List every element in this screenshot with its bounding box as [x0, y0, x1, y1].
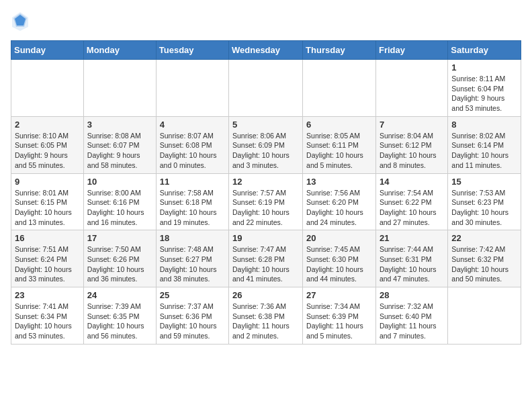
day-number: 21: [380, 233, 444, 243]
calendar-row: 2Sunrise: 8:10 AM Sunset: 6:05 PM Daylig…: [11, 116, 521, 173]
day-info: Sunrise: 7:58 AM Sunset: 6:18 PM Dayligh…: [160, 188, 225, 228]
day-number: 18: [160, 233, 225, 243]
day-number: 3: [87, 120, 152, 130]
calendar-row: 9Sunrise: 8:01 AM Sunset: 6:15 PM Daylig…: [11, 173, 521, 230]
day-number: 10: [87, 177, 152, 187]
day-info: Sunrise: 7:36 AM Sunset: 6:38 PM Dayligh…: [232, 302, 299, 341]
weekday-header-row: SundayMondayTuesdayWednesdayThursdayFrid…: [11, 41, 521, 60]
day-number: 8: [451, 120, 517, 130]
calendar-cell: 23Sunrise: 7:41 AM Sunset: 6:34 PM Dayli…: [11, 287, 84, 345]
calendar-cell: 22Sunrise: 7:42 AM Sunset: 6:32 PM Dayli…: [448, 230, 521, 287]
day-number: 19: [232, 233, 299, 243]
calendar-cell: 10Sunrise: 8:00 AM Sunset: 6:16 PM Dayli…: [83, 173, 156, 230]
calendar-body: 1Sunrise: 8:11 AM Sunset: 6:04 PM Daylig…: [11, 60, 521, 345]
day-info: Sunrise: 8:00 AM Sunset: 6:16 PM Dayligh…: [87, 188, 152, 228]
calendar-cell: [156, 60, 228, 117]
day-number: 24: [87, 290, 152, 300]
day-number: 26: [232, 290, 299, 300]
calendar-cell: 12Sunrise: 7:57 AM Sunset: 6:19 PM Dayli…: [229, 173, 303, 230]
calendar-cell: 14Sunrise: 7:54 AM Sunset: 6:22 PM Dayli…: [375, 173, 447, 230]
day-info: Sunrise: 8:11 AM Sunset: 6:04 PM Dayligh…: [451, 74, 517, 113]
day-info: Sunrise: 7:56 AM Sunset: 6:20 PM Dayligh…: [306, 188, 372, 228]
day-info: Sunrise: 7:54 AM Sunset: 6:22 PM Dayligh…: [380, 188, 444, 228]
weekday-header-cell: Sunday: [11, 41, 84, 60]
weekday-header-cell: Tuesday: [156, 41, 228, 60]
day-number: 20: [306, 233, 372, 243]
day-number: 7: [380, 120, 444, 130]
weekday-header-cell: Thursday: [303, 41, 376, 60]
calendar-cell: 19Sunrise: 7:47 AM Sunset: 6:28 PM Dayli…: [229, 230, 303, 287]
calendar-cell: 4Sunrise: 8:07 AM Sunset: 6:08 PM Daylig…: [156, 116, 228, 173]
day-info: Sunrise: 8:04 AM Sunset: 6:12 PM Dayligh…: [380, 131, 444, 171]
day-info: Sunrise: 7:34 AM Sunset: 6:39 PM Dayligh…: [306, 302, 372, 341]
day-number: 23: [15, 290, 80, 300]
calendar-cell: 6Sunrise: 8:05 AM Sunset: 6:11 PM Daylig…: [303, 116, 376, 173]
calendar-cell: [448, 287, 521, 345]
day-number: 4: [160, 120, 225, 130]
calendar-row: 1Sunrise: 8:11 AM Sunset: 6:04 PM Daylig…: [11, 60, 521, 117]
day-number: 2: [15, 120, 80, 130]
calendar-cell: 21Sunrise: 7:44 AM Sunset: 6:31 PM Dayli…: [375, 230, 447, 287]
calendar-cell: 7Sunrise: 8:04 AM Sunset: 6:12 PM Daylig…: [375, 116, 447, 173]
day-number: 13: [306, 177, 372, 187]
weekday-header-cell: Friday: [375, 41, 447, 60]
calendar-cell: 5Sunrise: 8:06 AM Sunset: 6:09 PM Daylig…: [229, 116, 303, 173]
calendar-row: 16Sunrise: 7:51 AM Sunset: 6:24 PM Dayli…: [11, 230, 521, 287]
day-info: Sunrise: 7:51 AM Sunset: 6:24 PM Dayligh…: [15, 244, 80, 284]
day-number: 1: [451, 62, 517, 73]
calendar-row: 23Sunrise: 7:41 AM Sunset: 6:34 PM Dayli…: [11, 287, 521, 345]
day-number: 12: [232, 177, 299, 187]
calendar-cell: 11Sunrise: 7:58 AM Sunset: 6:18 PM Dayli…: [156, 173, 228, 230]
calendar-cell: 2Sunrise: 8:10 AM Sunset: 6:05 PM Daylig…: [11, 116, 84, 173]
calendar-cell: 26Sunrise: 7:36 AM Sunset: 6:38 PM Dayli…: [229, 287, 303, 345]
day-info: Sunrise: 8:02 AM Sunset: 6:14 PM Dayligh…: [451, 131, 517, 171]
weekday-header-cell: Wednesday: [229, 41, 303, 60]
page-header: [11, 11, 521, 35]
day-number: 28: [380, 290, 444, 300]
calendar-cell: 24Sunrise: 7:39 AM Sunset: 6:35 PM Dayli…: [83, 287, 156, 345]
day-info: Sunrise: 7:57 AM Sunset: 6:19 PM Dayligh…: [232, 188, 299, 228]
day-number: 14: [380, 177, 444, 187]
day-info: Sunrise: 7:41 AM Sunset: 6:34 PM Dayligh…: [15, 302, 80, 341]
day-info: Sunrise: 7:37 AM Sunset: 6:36 PM Dayligh…: [160, 302, 225, 341]
day-number: 11: [160, 177, 225, 187]
calendar-table: SundayMondayTuesdayWednesdayThursdayFrid…: [11, 40, 521, 345]
day-number: 27: [306, 290, 372, 300]
calendar-cell: [229, 60, 303, 117]
day-info: Sunrise: 8:01 AM Sunset: 6:15 PM Dayligh…: [15, 188, 80, 228]
day-info: Sunrise: 7:32 AM Sunset: 6:40 PM Dayligh…: [380, 302, 444, 341]
day-info: Sunrise: 8:07 AM Sunset: 6:08 PM Dayligh…: [160, 131, 225, 171]
calendar-cell: 1Sunrise: 8:11 AM Sunset: 6:04 PM Daylig…: [448, 60, 521, 117]
day-info: Sunrise: 7:42 AM Sunset: 6:32 PM Dayligh…: [451, 244, 517, 284]
calendar-cell: [83, 60, 156, 117]
calendar-cell: 28Sunrise: 7:32 AM Sunset: 6:40 PM Dayli…: [375, 287, 447, 345]
calendar-cell: [11, 60, 84, 117]
calendar-cell: 17Sunrise: 7:50 AM Sunset: 6:26 PM Dayli…: [83, 230, 156, 287]
day-info: Sunrise: 7:48 AM Sunset: 6:27 PM Dayligh…: [160, 244, 225, 284]
calendar-cell: 3Sunrise: 8:08 AM Sunset: 6:07 PM Daylig…: [83, 116, 156, 173]
calendar-cell: 13Sunrise: 7:56 AM Sunset: 6:20 PM Dayli…: [303, 173, 376, 230]
calendar-cell: 15Sunrise: 7:53 AM Sunset: 6:23 PM Dayli…: [448, 173, 521, 230]
day-info: Sunrise: 8:10 AM Sunset: 6:05 PM Dayligh…: [15, 131, 80, 171]
day-number: 15: [451, 177, 517, 187]
day-info: Sunrise: 7:44 AM Sunset: 6:31 PM Dayligh…: [380, 244, 444, 284]
calendar-cell: 18Sunrise: 7:48 AM Sunset: 6:27 PM Dayli…: [156, 230, 228, 287]
calendar-cell: 27Sunrise: 7:34 AM Sunset: 6:39 PM Dayli…: [303, 287, 376, 345]
day-info: Sunrise: 7:45 AM Sunset: 6:30 PM Dayligh…: [306, 244, 372, 284]
logo-icon: [11, 11, 30, 35]
day-info: Sunrise: 8:08 AM Sunset: 6:07 PM Dayligh…: [87, 131, 152, 171]
day-info: Sunrise: 8:05 AM Sunset: 6:11 PM Dayligh…: [306, 131, 372, 171]
weekday-header-cell: Monday: [83, 41, 156, 60]
day-number: 16: [15, 233, 80, 243]
calendar-cell: 9Sunrise: 8:01 AM Sunset: 6:15 PM Daylig…: [11, 173, 84, 230]
day-number: 17: [87, 233, 152, 243]
day-number: 25: [160, 290, 225, 300]
day-info: Sunrise: 7:53 AM Sunset: 6:23 PM Dayligh…: [451, 188, 517, 228]
day-info: Sunrise: 7:39 AM Sunset: 6:35 PM Dayligh…: [87, 302, 152, 341]
day-number: 9: [15, 177, 80, 187]
calendar-cell: [375, 60, 447, 117]
calendar-cell: [303, 60, 376, 117]
calendar-cell: 20Sunrise: 7:45 AM Sunset: 6:30 PM Dayli…: [303, 230, 376, 287]
weekday-header-cell: Saturday: [448, 41, 521, 60]
day-info: Sunrise: 8:06 AM Sunset: 6:09 PM Dayligh…: [232, 131, 299, 171]
